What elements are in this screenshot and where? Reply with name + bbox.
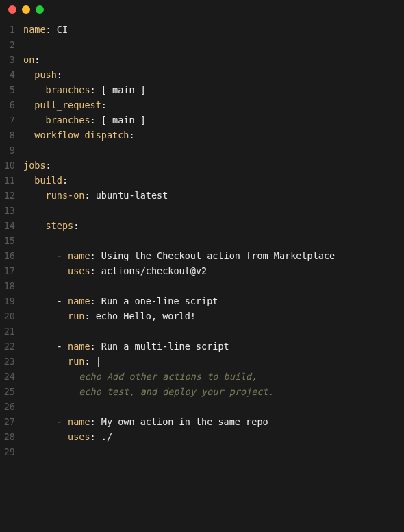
code-token: name — [23, 24, 46, 35]
code-line[interactable] — [23, 233, 404, 248]
code-token: branches — [46, 84, 90, 95]
code-token: run — [68, 356, 84, 367]
code-token: : echo Hello, world! — [84, 311, 196, 322]
code-line[interactable]: on: — [23, 52, 404, 67]
code-token: uses — [68, 431, 90, 442]
code-line[interactable]: run: echo Hello, world! — [23, 309, 404, 324]
code-token — [23, 114, 46, 125]
line-number: 11 — [0, 173, 15, 188]
code-token: : Run a multi-line script — [90, 341, 229, 352]
line-number: 21 — [0, 324, 15, 339]
code-token: - — [23, 250, 68, 261]
code-token: : Using the Checkout action from Marketp… — [90, 250, 336, 261]
code-line[interactable]: build: — [23, 173, 404, 188]
code-token: : ubuntu-latest — [84, 190, 168, 201]
code-token — [23, 265, 68, 276]
line-number-gutter: 1234567891011121314151617181920212223242… — [0, 22, 21, 459]
line-number: 5 — [0, 82, 15, 97]
line-number: 27 — [0, 414, 15, 429]
code-token: runs-on — [46, 190, 85, 201]
code-line[interactable] — [23, 278, 404, 293]
code-line[interactable] — [23, 37, 404, 52]
code-token: name — [68, 341, 90, 352]
code-line[interactable]: pull_request: — [23, 97, 404, 112]
line-number: 22 — [0, 339, 15, 354]
code-line[interactable]: workflow_dispatch: — [23, 128, 404, 143]
line-number: 10 — [0, 158, 15, 173]
code-token: echo test, and deploy your project. — [23, 386, 274, 397]
code-token: - — [23, 341, 68, 352]
code-token: : actions/checkout@v2 — [90, 265, 207, 276]
code-line[interactable]: - name: My own action in the same repo — [23, 414, 404, 429]
line-number: 19 — [0, 293, 15, 309]
code-line[interactable]: - name: Run a multi-line script — [23, 339, 404, 354]
code-token — [23, 356, 68, 367]
code-token — [23, 220, 46, 231]
editor-window: 1234567891011121314151617181920212223242… — [0, 0, 404, 532]
code-content[interactable]: name: CIon: push: branches: [ main ] pul… — [21, 22, 404, 459]
line-number: 17 — [0, 263, 15, 278]
close-icon[interactable] — [8, 5, 16, 14]
code-token — [23, 99, 34, 110]
code-token: echo Add other actions to build, — [23, 371, 257, 382]
code-line[interactable]: echo test, and deploy your project. — [23, 384, 404, 399]
code-line[interactable]: push: — [23, 67, 404, 82]
line-number: 29 — [0, 444, 15, 459]
line-number: 28 — [0, 429, 15, 444]
code-line[interactable]: branches: [ main ] — [23, 112, 404, 128]
code-token: : — [101, 99, 107, 110]
code-token — [23, 84, 46, 95]
code-line[interactable]: run: | — [23, 354, 404, 369]
code-token: build — [34, 175, 62, 186]
minimize-icon[interactable] — [22, 5, 30, 14]
code-line[interactable] — [23, 444, 404, 459]
code-line[interactable]: - name: Using the Checkout action from M… — [23, 248, 404, 263]
code-line[interactable] — [23, 203, 404, 218]
code-line[interactable]: - name: Run a one-line script — [23, 293, 404, 309]
code-token: - — [23, 295, 68, 306]
line-number: 13 — [0, 203, 15, 218]
line-number: 18 — [0, 278, 15, 293]
code-line[interactable]: name: CI — [23, 22, 404, 37]
line-number: 7 — [0, 112, 15, 128]
code-line[interactable] — [23, 143, 404, 158]
line-number: 23 — [0, 354, 15, 369]
code-token: push — [34, 69, 57, 80]
line-number: 20 — [0, 309, 15, 324]
code-token — [23, 130, 34, 141]
code-line[interactable]: branches: [ main ] — [23, 82, 404, 97]
code-token: pull_request — [34, 99, 101, 110]
line-number: 25 — [0, 384, 15, 399]
code-token: : — [46, 160, 51, 171]
line-number: 2 — [0, 37, 15, 52]
code-line[interactable]: uses: actions/checkout@v2 — [23, 263, 404, 278]
code-token: : [ main ] — [90, 84, 146, 95]
code-token: jobs — [23, 160, 46, 171]
code-line[interactable]: runs-on: ubuntu-latest — [23, 188, 404, 203]
code-token: branches — [46, 114, 90, 125]
line-number: 6 — [0, 97, 15, 112]
code-token — [23, 431, 68, 442]
code-line[interactable]: echo Add other actions to build, — [23, 369, 404, 384]
titlebar — [0, 0, 404, 19]
code-token — [23, 311, 68, 322]
code-line[interactable] — [23, 399, 404, 414]
code-line[interactable]: steps: — [23, 218, 404, 233]
code-token: name — [68, 416, 90, 427]
code-token: : Run a one-line script — [90, 295, 218, 306]
line-number: 16 — [0, 248, 15, 263]
code-token: : | — [84, 356, 101, 367]
code-token: : [ main ] — [90, 114, 146, 125]
code-line[interactable]: uses: ./ — [23, 429, 404, 444]
line-number: 1 — [0, 22, 15, 37]
code-editor[interactable]: 1234567891011121314151617181920212223242… — [0, 19, 404, 459]
zoom-icon[interactable] — [36, 5, 44, 14]
code-token: : My own action in the same repo — [90, 416, 268, 427]
code-line[interactable]: jobs: — [23, 158, 404, 173]
code-token — [23, 175, 34, 186]
line-number: 14 — [0, 218, 15, 233]
line-number: 24 — [0, 369, 15, 384]
line-number: 15 — [0, 233, 15, 248]
code-line[interactable] — [23, 324, 404, 339]
code-token: : — [34, 54, 40, 65]
